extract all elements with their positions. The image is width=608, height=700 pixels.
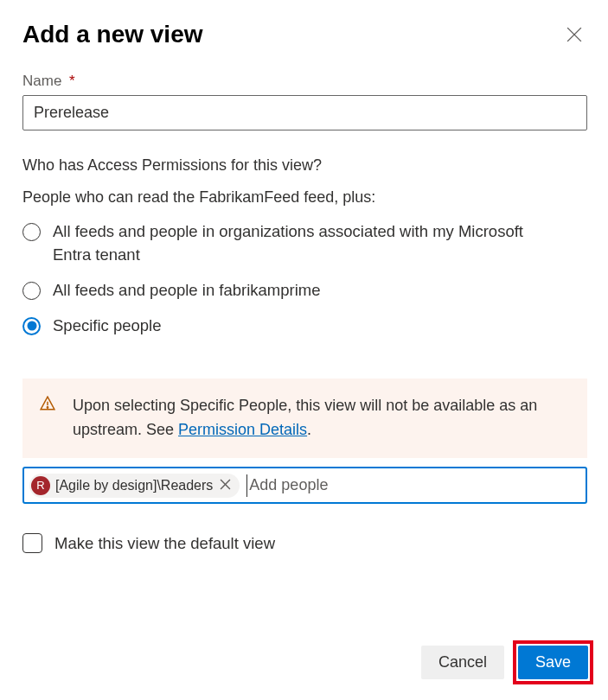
warning-icon <box>40 396 55 411</box>
save-button[interactable]: Save <box>518 646 588 679</box>
avatar: R <box>31 476 50 495</box>
access-subtext: People who can read the FabrikamFeed fee… <box>22 188 587 207</box>
close-button[interactable] <box>561 22 587 48</box>
required-marker: * <box>69 73 75 89</box>
default-view-checkbox[interactable] <box>22 533 42 553</box>
default-view-label: Make this view the default view <box>54 534 275 553</box>
chip-remove-button[interactable] <box>218 479 233 493</box>
access-radio-group: All feeds and people in organizations as… <box>22 220 587 337</box>
name-label: Name * <box>22 73 75 90</box>
dialog-title: Add a new view <box>22 21 203 48</box>
permission-details-link[interactable]: Permission Details <box>178 421 307 438</box>
cancel-button[interactable]: Cancel <box>421 646 504 679</box>
close-icon <box>220 479 231 493</box>
radio-label: All feeds and people in fabrikamprime <box>53 279 321 302</box>
radio-option-specific[interactable]: Specific people <box>22 315 559 338</box>
people-input[interactable] <box>246 474 580 497</box>
radio-option-entra[interactable]: All feeds and people in organizations as… <box>22 220 559 267</box>
name-input[interactable] <box>22 95 587 130</box>
access-question: Who has Access Permissions for this view… <box>22 155 587 176</box>
warning-banner: Upon selecting Specific People, this vie… <box>22 379 587 458</box>
radio-icon <box>22 223 41 241</box>
radio-icon <box>22 317 41 335</box>
svg-point-3 <box>47 407 48 408</box>
radio-label: Specific people <box>53 315 161 338</box>
radio-label: All feeds and people in organizations as… <box>53 220 559 267</box>
radio-option-fabrikamprime[interactable]: All feeds and people in fabrikamprime <box>22 279 559 302</box>
radio-icon <box>22 282 41 300</box>
warning-text: Upon selecting Specific People, this vie… <box>73 394 570 442</box>
name-label-text: Name <box>22 73 61 89</box>
warning-text-after: . <box>307 421 311 438</box>
dialog-footer: Cancel Save <box>421 640 593 684</box>
people-chip: R [Agile by design]\Readers <box>29 474 240 498</box>
chip-label: [Agile by design]\Readers <box>55 478 213 493</box>
people-picker[interactable]: R [Agile by design]\Readers <box>22 467 587 504</box>
save-highlight-box: Save <box>513 640 593 684</box>
close-icon <box>566 27 582 42</box>
